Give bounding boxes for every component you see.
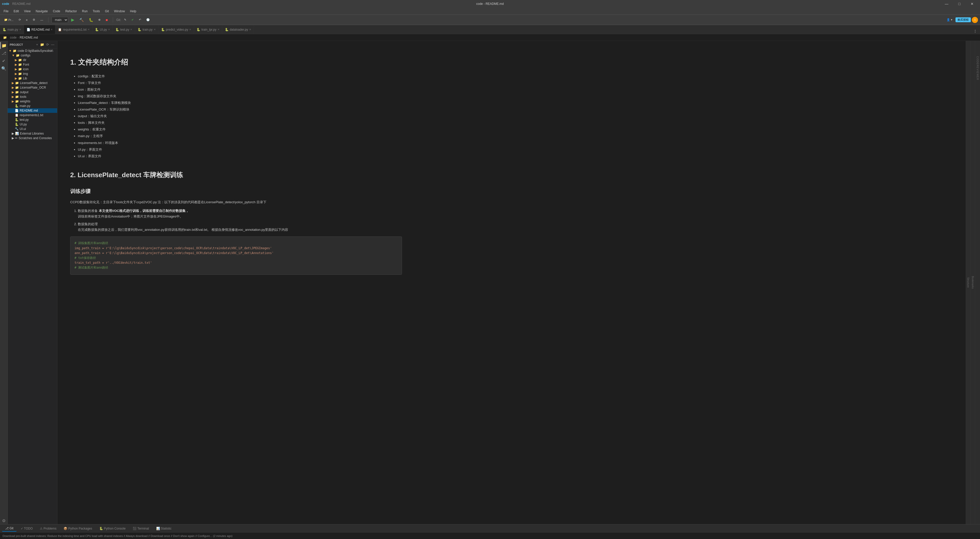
bookmarks-panel[interactable]: Bookmarks [970,41,975,524]
tab-requirements[interactable]: 📋 requirements1.txt ✕ [56,25,92,34]
sidebar-action-new-file[interactable]: + [35,42,39,47]
tab-train-py[interactable]: 🐍 train.py ✕ [135,25,158,34]
tab-ui-py[interactable]: 🐍 UI.py ✕ [92,25,113,34]
tree-item-icon[interactable]: ▶ 📁 icon [8,67,57,72]
menu-view[interactable]: View [21,9,33,14]
minimize-button[interactable]: — [941,0,953,8]
tab-train-lpr[interactable]: 🐍 train_lpr.py ✕ [194,25,222,34]
coverage-button[interactable]: ⊕ [96,18,103,22]
git-revert-button[interactable]: ↶ [137,18,143,22]
menu-code[interactable]: Code [50,9,63,14]
close-button[interactable]: ✕ [966,0,978,8]
activity-settings[interactable]: ⚙ [0,517,7,524]
menu-file[interactable]: File [1,9,11,14]
tree-root[interactable]: ▼ 📁 code D:\lg\BaiduSyncdisk\ [8,48,57,53]
avatar[interactable]: A [972,17,978,23]
bottom-tab-problems[interactable]: ⚠ Problems [37,526,59,531]
tab-close-ui[interactable]: ✕ [108,28,110,31]
tree-item-readme[interactable]: 📄 README.md [8,108,57,113]
indent-button[interactable]: ≡ [24,18,30,22]
tree-item-lp-detect[interactable]: ▶ 📁 LicensePlate_detect [8,81,57,85]
premium-button[interactable]: 购买授权 [956,18,971,22]
activity-search[interactable]: 🔍 [0,65,7,72]
menu-git[interactable]: Git [102,9,111,14]
project-button[interactable]: 📁 Pr... [2,18,16,22]
tab-bar: 🐍 main.py ✕ 📄 README.md ✕ 📋 requirements… [0,25,980,34]
sidebar-action-refresh[interactable]: ⟳ [45,42,50,47]
bottom-tab-statistic[interactable]: 📊 Statistic [153,526,175,531]
tree-item-configs[interactable]: ▼ 📁 configs [8,53,57,58]
menu-tools[interactable]: Tools [90,9,102,14]
menu-refactor[interactable]: Refactor [63,9,80,14]
tree-item-test[interactable]: 🐍 test.py [8,118,57,122]
tree-item-lib[interactable]: ▶ 📁 Lib [8,76,57,81]
tab-readme[interactable]: 📄 README.md ✕ [24,25,56,34]
tab-close-train[interactable]: ✕ [154,28,156,31]
tree-item-main-py[interactable]: 🐍 main.py [8,104,57,108]
git-clock-button[interactable]: 🕐 [144,18,152,22]
tree-item-lp-ocr[interactable]: ▶ 📁 LicensePlate_OCR [8,85,57,90]
toolbar: 📁 Pr... ⟳ ≡ ⚙ — main ▶ 🔨 🐛 ⊕ ■ Git: ✎ ✔ … [0,15,980,25]
menu-navigate[interactable]: Navigate [33,9,50,14]
explorer-icon[interactable]: 📁 [3,36,7,39]
menu-edit[interactable]: Edit [11,9,21,14]
menu-run[interactable]: Run [80,9,90,14]
settings-button[interactable]: ⚙ [30,18,37,22]
git-check-button[interactable]: ✔ [129,18,136,22]
stop-button[interactable]: ■ [103,17,110,23]
lp-ocr-label: LicensePlate_OCR [20,86,46,89]
tree-item-scratches[interactable]: ▶ ✏ Scratches and Consoles [8,136,57,140]
bottom-tab-todo[interactable]: ✓ TODO [18,526,36,531]
tree-item-ui-py[interactable]: 🐍 UI.py [8,122,57,127]
bottom-tab-git[interactable]: ⎇ Git [2,525,17,532]
menu-window[interactable]: Window [111,9,127,14]
tab-close-readme[interactable]: ✕ [51,28,52,31]
user-button[interactable]: 👤 ▾ [945,18,955,22]
activity-commit[interactable]: ✔ [0,57,7,64]
git-commit-button[interactable]: ✎ [122,18,128,22]
bottom-tab-terminal[interactable]: ⬛ Terminal [130,526,152,531]
tab-close-dl[interactable]: ✕ [249,28,251,31]
tab-dataloader[interactable]: 🐍 dataloader.py ✕ [222,25,254,34]
activity-git[interactable]: ⎇ [0,49,7,57]
maximize-button[interactable]: □ [953,0,965,8]
tab-close-test[interactable]: ✕ [130,28,132,31]
project-section: 📁 Pr... ⟳ ≡ ⚙ — [2,18,45,22]
menu-help[interactable]: Help [127,9,139,14]
bottom-tab-python-console[interactable]: 🐍 Python Console [96,526,129,531]
editor-area[interactable]: 1. 文件夹结构介绍 configs：配置文件 Font：字体文件 icon：图… [57,41,966,524]
tab-main-py[interactable]: 🐍 main.py ✕ [0,25,24,34]
tree-item-ui-ui[interactable]: 🔧 UI.ui [8,127,57,131]
tab-close-main[interactable]: ✕ [19,28,21,31]
branch-selector[interactable]: main [52,17,68,23]
output-label: output [20,90,28,94]
run-button[interactable]: ▶ [69,17,76,23]
tree-item-dir[interactable]: ▶ 📁 dir [8,58,57,62]
tree-item-ext-libs[interactable]: ▶ 📊 External Libraries [8,131,57,136]
tree-item-req[interactable]: 📋 requirements1.txt [8,113,57,118]
sidebar-action-new-folder[interactable]: 📁 [39,42,45,47]
structure-panel[interactable]: Structure [966,41,970,524]
main-py-label: main.py [20,104,30,108]
sidebar-action-collapse[interactable]: — [50,42,55,47]
tab-test-py[interactable]: 🐍 test.py ✕ [113,25,135,34]
tab-close-predict[interactable]: ✕ [189,28,191,31]
list-item: configs：配置文件 [78,73,402,79]
collapse-button[interactable]: — [38,18,45,22]
breadcrumb-file[interactable]: README.md [20,36,38,39]
tab-more-button[interactable]: ⋮ [971,28,979,34]
sync-button[interactable]: ⟳ [17,18,23,22]
tree-item-weights[interactable]: ▶ 📁 weights [8,99,57,104]
bottom-tab-python-packages[interactable]: 📦 Python Packages [60,526,95,531]
debug-button[interactable]: 🐛 [87,17,95,23]
tree-item-output[interactable]: ▶ 📁 output [8,90,57,94]
tab-predict-video[interactable]: 🐍 predict_video.py ✕ [159,25,194,34]
tree-item-img[interactable]: ▶ 📁 img [8,72,57,76]
activity-explorer[interactable]: 📁 [0,42,7,49]
tab-close-lpr[interactable]: ✕ [218,28,220,31]
breadcrumb-root[interactable]: code [10,36,17,39]
tree-item-tools[interactable]: ▶ 📁 tools [8,94,57,99]
tab-close-req[interactable]: ✕ [88,28,89,31]
build-button[interactable]: 🔨 [77,17,86,23]
tree-item-font[interactable]: ▶ 📁 Font [8,62,57,67]
